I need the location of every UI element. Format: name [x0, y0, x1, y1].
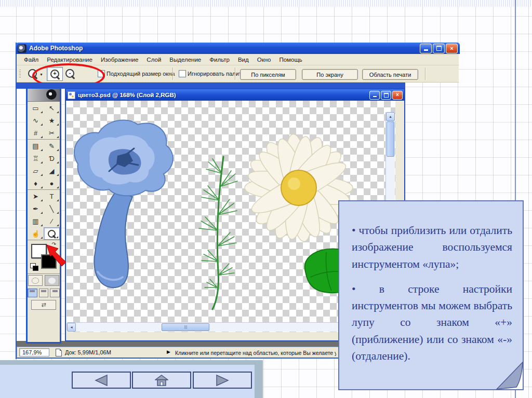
right-arrow-icon: [215, 374, 230, 387]
photoshop-title-bar[interactable]: Adobe Photoshop ×: [16, 43, 460, 54]
notes-tool[interactable]: ▥: [28, 215, 44, 227]
hand-tool[interactable]: ☝: [28, 227, 44, 240]
minimize-button[interactable]: [420, 44, 432, 53]
menu-item-8[interactable]: Помощь: [275, 55, 306, 64]
close-button[interactable]: ×: [446, 44, 458, 53]
page-icon: [56, 349, 62, 356]
type-tool[interactable]: T: [44, 190, 60, 202]
options-separator: [235, 67, 236, 80]
standard-mode-button[interactable]: [28, 275, 43, 286]
menu-item-4[interactable]: Выделение: [165, 55, 205, 64]
back-button[interactable]: [72, 372, 131, 389]
fit-window-checkbox-label: Подходящий размер окна: [107, 71, 175, 77]
restore-button[interactable]: [433, 44, 445, 53]
options-grip: [19, 69, 21, 79]
magic-wand-tool-icon: ★: [49, 117, 55, 125]
magic-wand-tool[interactable]: ★: [44, 114, 60, 127]
eraser-tool-icon: ▱: [33, 167, 38, 175]
menu-bar: ФайлРедактированиеИзображениеСлойВыделен…: [17, 54, 459, 65]
slice-tool-icon: ✂: [49, 129, 55, 137]
pen-tool-icon: ✒: [33, 205, 38, 213]
jump-to-imageready-button[interactable]: ⇄: [31, 300, 56, 310]
eyedropper-tool-icon: ∕: [51, 217, 52, 225]
history-brush-tool[interactable]: Ɗ: [44, 152, 60, 164]
menu-item-0[interactable]: Файл: [20, 55, 43, 64]
status-arrow-icon[interactable]: ▶: [167, 349, 170, 354]
standard-screen-button[interactable]: [28, 289, 37, 297]
green-fern-sprig: [199, 157, 237, 309]
move-tool[interactable]: ↖: [44, 102, 60, 114]
left-arrow-icon: [94, 374, 109, 387]
doc-close-button[interactable]: ×: [392, 91, 403, 100]
move-tool-icon: ↖: [49, 104, 55, 112]
ignore-palettes-checkbox[interactable]: [179, 70, 186, 77]
callout-text: • чтобы приблизить или отдалить изображе…: [352, 222, 512, 364]
crop-tool[interactable]: #: [28, 127, 44, 139]
default-colors-icon[interactable]: [30, 263, 36, 268]
healing-brush-tool[interactable]: ▤: [28, 140, 44, 152]
path-selection-tool-icon: ➤: [33, 193, 38, 200]
document-icon: [68, 91, 75, 99]
lasso-tool[interactable]: ∿: [28, 114, 44, 127]
print-area-button[interactable]: Область печати: [362, 69, 418, 80]
menu-item-2[interactable]: Изображение: [97, 55, 142, 64]
gradient-tool[interactable]: ◢: [44, 164, 60, 177]
doc-maximize-button[interactable]: [381, 91, 391, 100]
smudge-tool[interactable]: ●: [44, 177, 60, 189]
imageready-row: ⇄: [28, 298, 60, 311]
home-icon: [155, 374, 168, 387]
folded-corner: [496, 361, 524, 390]
gradient-tool-icon: ◢: [49, 167, 55, 175]
menu-item-7[interactable]: Окно: [253, 55, 275, 64]
healing-brush-tool-icon: ▤: [32, 142, 38, 150]
slice-tool[interactable]: ✂: [44, 127, 60, 139]
pen-tool[interactable]: ✒: [28, 202, 44, 215]
options-bar: ▼ + - Подходящий размер окна Игнорироват…: [17, 65, 459, 83]
crop-tool-icon: #: [34, 129, 37, 137]
blur-tool[interactable]: ♦: [28, 177, 44, 189]
document-title-bar[interactable]: цвето3.psd @ 168% (Слой 2,RGB) ×: [66, 89, 404, 101]
window-left-edge: [16, 43, 17, 359]
fit-screen-button[interactable]: По экрану: [302, 69, 358, 80]
options-separator: [172, 67, 174, 80]
vertical-scroll-thumb[interactable]: [387, 121, 394, 157]
fullscreen-button[interactable]: [50, 289, 60, 297]
history-brush-tool-icon: Ɗ: [49, 155, 55, 162]
document-size-label: Док: 5,99М/1,06М: [65, 349, 111, 355]
document-title: цвето3.psd @ 168% (Слой 2,RGB): [78, 92, 369, 98]
doc-minimize-button[interactable]: [369, 91, 380, 100]
menu-item-6[interactable]: Вид: [234, 55, 253, 64]
menu-item-3[interactable]: Слой: [142, 55, 165, 64]
line-tool-icon: ╲: [50, 205, 54, 213]
zoom-tool[interactable]: [44, 227, 60, 240]
hand-tool-icon: ☝: [31, 230, 39, 238]
home-button[interactable]: [132, 372, 191, 389]
toolbox-palette: ▭↖∿★#✂▤✎♖Ɗ▱◢♦●➤T✒╲▥∕☝ ↷ ⇄: [26, 87, 61, 344]
menu-item-1[interactable]: Редактирование: [43, 55, 97, 64]
line-tool[interactable]: ╲: [44, 202, 60, 215]
forward-button[interactable]: [193, 372, 252, 389]
notes-tool-icon: ▥: [32, 217, 38, 225]
status-hint-text: Кликните или перетащите над областью, ко…: [175, 350, 336, 356]
quick-mask-button[interactable]: [45, 275, 59, 286]
rectangular-marquee-tool[interactable]: ▭: [28, 102, 44, 114]
clone-stamp-tool[interactable]: ♖: [28, 152, 44, 164]
callout-note: • чтобы приблизить или отдалить изображе…: [338, 200, 524, 390]
menu-item-5[interactable]: Фильтр: [205, 55, 234, 64]
blue-bell-flower: [74, 120, 173, 287]
fit-pixels-button[interactable]: По пикселям: [240, 69, 296, 80]
brush-tool[interactable]: ✎: [44, 140, 60, 152]
fullscreen-menubar-button[interactable]: [39, 289, 49, 297]
scroll-up-icon[interactable]: ▲: [386, 112, 395, 121]
toolbox-tools: ▭↖∿★#✂▤✎♖Ɗ▱◢♦●➤T✒╲▥∕☝: [28, 102, 60, 240]
photoshop-app-icon: [18, 44, 26, 53]
callout-bullet-1: • в строке настройки инструментов мы мож…: [352, 281, 512, 364]
scroll-left-icon[interactable]: ◄: [67, 323, 76, 332]
path-selection-tool[interactable]: ➤: [28, 190, 44, 202]
zoom-level-field[interactable]: 167,9%: [19, 348, 49, 356]
window-title: Adobe Photoshop: [29, 45, 420, 52]
horizontal-scroll-thumb[interactable]: [162, 323, 209, 331]
eraser-tool[interactable]: ▱: [28, 164, 44, 177]
eyedropper-tool[interactable]: ∕: [44, 215, 60, 227]
type-tool-icon: T: [50, 193, 54, 200]
